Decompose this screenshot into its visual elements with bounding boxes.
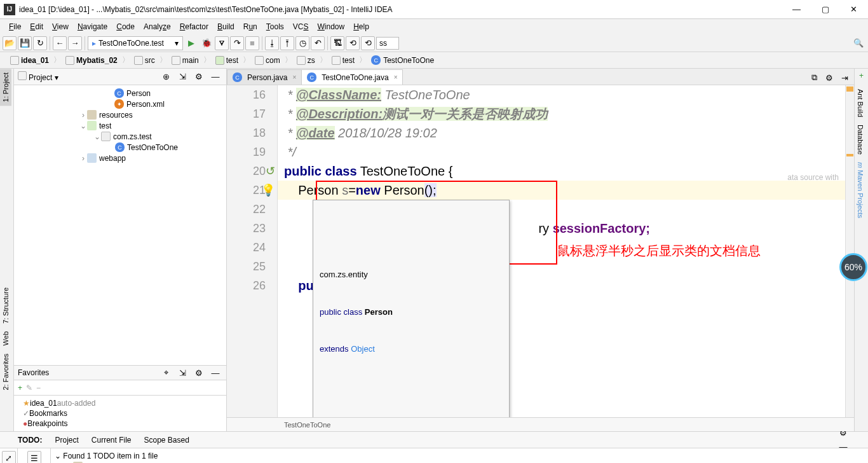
crumb-com[interactable]: com (251, 53, 284, 67)
todo-side-tools-2: ☰ ▣ ▦ ▤ 👁 ↗ (18, 448, 51, 463)
crumb-project[interactable]: idea_01 (6, 53, 53, 67)
code-content[interactable]: * @ClassName: TestOneToOne * @Descriptio… (278, 85, 845, 417)
crumb-test[interactable]: test (212, 53, 242, 67)
tree-person[interactable]: Person (126, 89, 151, 98)
marker-bar[interactable] (845, 85, 854, 417)
editor[interactable]: 16171819 20↺ 21💡 2223242526 * @ClassName… (227, 85, 854, 417)
doc-object-link[interactable]: Object (351, 344, 375, 354)
tab-close-icon[interactable]: × (292, 74, 296, 81)
minimize-button[interactable]: — (782, 0, 811, 19)
debug-icon[interactable]: 🐞 (200, 36, 214, 50)
split-icon[interactable]: ⧉ (807, 71, 821, 85)
run-icon[interactable]: ▶ (184, 36, 198, 50)
back-icon[interactable]: ← (53, 36, 67, 50)
menu-code[interactable]: Code (112, 21, 139, 32)
todo-summary[interactable]: ⌄ Found 1 TODO item in 1 file (55, 451, 864, 461)
fav-gear-icon[interactable]: ⚙ (192, 366, 206, 380)
open-icon[interactable]: 📂 (3, 36, 17, 50)
scroll-from-icon[interactable]: ⊕ (159, 70, 173, 84)
menu-window[interactable]: Window (313, 21, 348, 32)
menubar: File Edit View Navigate Code Analyze Ref… (0, 19, 868, 34)
tree-webapp[interactable]: webapp (99, 154, 126, 163)
search-box[interactable]: ss (376, 37, 399, 50)
fav-remove-icon[interactable]: − (36, 384, 41, 392)
history-icon[interactable]: ◷ (295, 36, 309, 50)
push-icon[interactable]: ⭱ (280, 36, 294, 50)
save-icon[interactable]: 💾 (18, 36, 32, 50)
bulb-icon[interactable]: 💡 (261, 181, 275, 200)
nav-breadcrumb: idea_01〉 Mybatis_02〉 src〉 main〉 test〉 co… (0, 52, 868, 69)
tab-person[interactable]: CPerson.java× (227, 69, 302, 85)
revert-icon[interactable]: ↶ (311, 36, 325, 50)
crumb-src[interactable]: src (130, 53, 159, 67)
group-tree-icon[interactable]: ☰ (27, 451, 41, 463)
menu-file[interactable]: File (5, 21, 25, 32)
fav-hide-icon[interactable]: — (208, 366, 222, 380)
right-add-icon[interactable]: + (859, 71, 864, 80)
menu-build[interactable]: Build (214, 21, 238, 32)
menu-view[interactable]: View (48, 21, 72, 32)
tab-gear-icon[interactable]: ⚙ (822, 71, 836, 85)
struct-icon[interactable]: 🏗 (330, 36, 344, 50)
menu-run[interactable]: Run (240, 21, 261, 32)
crumb-main[interactable]: main (168, 53, 203, 67)
menu-navigate[interactable]: Navigate (74, 21, 111, 32)
collapse-icon[interactable]: ⇲ (175, 70, 189, 84)
menu-analyze[interactable]: Analyze (140, 21, 175, 32)
tree-resources[interactable]: resources (99, 111, 133, 120)
hide-icon[interactable]: — (208, 70, 222, 84)
search-everywhere-icon[interactable]: 🔍 (851, 36, 865, 50)
profile-icon[interactable]: ↷ (230, 36, 244, 50)
gear-icon[interactable]: ⚙ (192, 70, 206, 84)
annotation-text: 鼠标悬浮半秒之后显示类的文档信息 (557, 241, 761, 260)
vcs-icon[interactable]: ⭳ (265, 36, 279, 50)
gutter: 16171819 20↺ 21💡 2223242526 (227, 85, 278, 417)
menu-refactor[interactable]: Refactor (176, 21, 212, 32)
maximize-button[interactable]: ▢ (811, 0, 839, 19)
sync-icon[interactable]: ↻ (33, 36, 47, 50)
expand-icon[interactable]: ⤢ (2, 451, 16, 463)
todo-current-tab[interactable]: Current File (92, 436, 132, 445)
project-tool-button[interactable]: 1: Project (0, 69, 11, 106)
editor-breadcrumb[interactable]: TestOneToOne (227, 417, 854, 431)
tab-testonetoone[interactable]: CTestOneToOne.java× (301, 69, 403, 85)
forward-icon[interactable]: → (68, 36, 82, 50)
todo-scope-tab[interactable]: Scope Based (144, 436, 189, 445)
web-tool-button[interactable]: Web (0, 328, 11, 349)
tab-close-icon[interactable]: × (394, 74, 398, 81)
project-tree[interactable]: CPerson ✦Person.xml ›resources ⌄test ⌄co… (14, 85, 226, 365)
menu-vcs[interactable]: VCS (289, 21, 313, 32)
menu-tools[interactable]: Tools (262, 21, 288, 32)
window-title: idea_01 [D:\idea_01] - ...\Mybatis_02\sr… (19, 5, 782, 14)
crumb-test2[interactable]: test (328, 53, 358, 67)
stop-icon[interactable]: ■ (245, 36, 259, 50)
maven-tool-button[interactable]: m Maven Projects (855, 158, 866, 222)
collapse-tabs-icon[interactable]: ⇥ (837, 71, 851, 85)
database-tool-button[interactable]: Database (855, 121, 866, 158)
run-config-select[interactable]: ▸TestOneToOne.test▾ (88, 36, 183, 50)
crumb-zs[interactable]: zs (293, 53, 319, 67)
tree-test[interactable]: test (99, 121, 111, 130)
crumb-class[interactable]: CTestOneToOne (367, 53, 438, 67)
tree-personxml[interactable]: Person.xml (126, 100, 165, 109)
tree-comzs[interactable]: com.zs.test (113, 132, 152, 141)
search-label: ss (379, 39, 387, 48)
favorites-tool-button[interactable]: 2: Favorites (0, 350, 11, 394)
close-button[interactable]: ✕ (839, 0, 868, 19)
fav-edit-icon[interactable]: ✎ (26, 384, 32, 392)
fav-add-icon[interactable]: + (18, 384, 22, 392)
fav-target-icon[interactable]: ⌖ (159, 366, 173, 380)
crumb-module[interactable]: Mybatis_02 (62, 53, 121, 67)
coverage-icon[interactable]: ⛛ (215, 36, 229, 50)
jrebel-debug-icon[interactable]: ⟲ (361, 36, 375, 50)
perf-badge[interactable]: 60% (839, 253, 867, 281)
todo-project-tab[interactable]: Project (55, 436, 78, 445)
menu-edit[interactable]: Edit (26, 21, 47, 32)
hint-text: ata source with (787, 168, 839, 187)
fav-collapse-icon[interactable]: ⇲ (175, 366, 189, 380)
menu-help[interactable]: Help (349, 21, 373, 32)
jrebel-icon[interactable]: ⟲ (346, 36, 360, 50)
ant-tool-button[interactable]: Ant Build (855, 85, 866, 121)
tree-tot[interactable]: TestOneToOne (127, 143, 178, 152)
structure-tool-button[interactable]: 7: Structure (0, 284, 11, 328)
